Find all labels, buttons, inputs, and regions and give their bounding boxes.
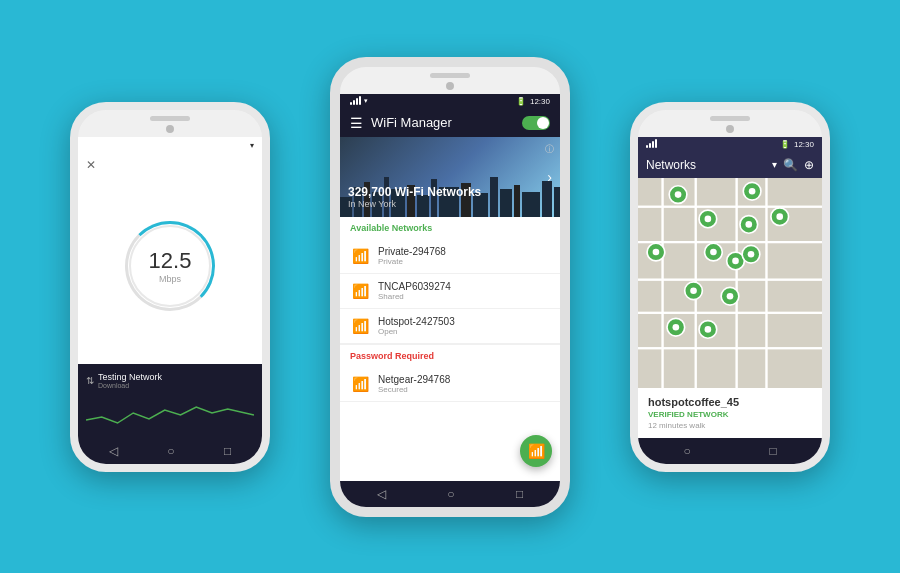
fab-button[interactable]: 📶 <box>520 435 552 467</box>
center-status-bar: ▾ 🔋 12:30 <box>340 94 560 109</box>
wifi-icon-locked: 📶 <box>352 376 369 392</box>
svg-rect-48 <box>768 349 822 388</box>
svg-rect-42 <box>738 313 766 346</box>
network-item-password-1[interactable]: 📶 Netgear-294768 Secured <box>340 367 560 402</box>
wifi-toggle[interactable] <box>522 116 550 130</box>
network-info: ⇅ Testing Network Download <box>86 372 254 389</box>
svg-rect-24 <box>638 207 661 240</box>
svg-rect-47 <box>738 349 766 388</box>
search-icon[interactable]: 🔍 <box>783 158 798 172</box>
verified-badge: VERIFIED NETWORK <box>648 410 812 419</box>
recents-button-right[interactable]: □ <box>769 444 776 458</box>
right-topbar: Networks ▾ 🔍 ⊕ <box>638 152 822 178</box>
home-button[interactable]: ○ <box>167 444 174 458</box>
svg-rect-49 <box>638 205 822 207</box>
wifi-icon-3: 📶 <box>352 318 369 334</box>
available-networks-header: Available Networks <box>340 217 560 239</box>
network-type: ▾ <box>364 97 368 105</box>
graph-area <box>86 395 254 430</box>
svg-point-71 <box>710 248 717 255</box>
r-signal-bar-2 <box>649 143 651 148</box>
speed-value: 12.5 <box>149 248 192 274</box>
r-signal-bar-1 <box>646 145 648 148</box>
transfer-icon: ⇅ <box>86 375 94 386</box>
hero-info-icon: ⓘ <box>545 143 554 156</box>
hero-banner[interactable]: 329,700 Wi-Fi Networks In New York › ⓘ <box>340 137 560 217</box>
hero-text: 329,700 Wi-Fi Networks In New York <box>348 185 552 209</box>
network-details: Testing Network Download <box>98 372 162 389</box>
screen-right: 🔋 12:30 Networks ▾ 🔍 ⊕ <box>638 137 822 464</box>
phone-right: 🔋 12:30 Networks ▾ 🔍 ⊕ <box>630 102 830 472</box>
left-main: 12.5 Mbps <box>78 176 262 364</box>
speed-unit: Mbps <box>159 274 181 284</box>
camera-left <box>166 125 174 133</box>
signal-bar-3 <box>356 98 358 105</box>
status-right: 🔋 12:30 <box>516 97 550 106</box>
camera-center <box>446 82 454 90</box>
svg-point-75 <box>748 250 755 257</box>
close-button[interactable]: ✕ <box>86 158 96 172</box>
network-item-2[interactable]: 📶 TNCAP6039274 Shared <box>340 274 560 309</box>
svg-rect-38 <box>768 280 822 311</box>
svg-point-67 <box>776 213 783 220</box>
hotspot-name: hotspotcoffee_45 <box>648 396 812 408</box>
svg-rect-21 <box>697 178 736 206</box>
phone-center: ▾ 🔋 12:30 ☰ WiFi Manager <box>330 57 570 517</box>
network-item-1[interactable]: 📶 Private-294768 Private <box>340 239 560 274</box>
map-area[interactable] <box>638 178 822 388</box>
app-title: WiFi Manager <box>371 115 514 130</box>
menu-button[interactable]: ☰ <box>350 115 363 131</box>
network-item-info-3: Hotspot-2427503 Open <box>378 316 550 336</box>
right-nav: ○ □ <box>638 438 822 464</box>
screen-left: ▾ ✕ 12.5 Mbps ⇅ Testing Network Downl <box>78 137 262 464</box>
svg-rect-51 <box>638 278 822 280</box>
speaker-center <box>430 73 470 78</box>
home-button-center[interactable]: ○ <box>447 487 454 501</box>
recents-button[interactable]: □ <box>224 444 231 458</box>
back-button[interactable]: ◁ <box>109 444 118 458</box>
net-name-p1: Netgear-294768 <box>378 374 550 385</box>
recents-button-center[interactable]: □ <box>516 487 523 501</box>
wifi-icon-1: 📶 <box>352 248 369 264</box>
wifi-icon-wrap-1: 📶 <box>350 246 370 266</box>
speed-circle: 12.5 Mbps <box>125 221 215 311</box>
location-icon[interactable]: ⊕ <box>804 158 814 172</box>
svg-rect-50 <box>638 241 822 243</box>
svg-point-59 <box>675 191 682 198</box>
fab-wifi-icon: 📶 <box>528 443 545 459</box>
signal-bars-right <box>646 140 657 148</box>
svg-point-83 <box>705 326 712 333</box>
signal-bar-2 <box>353 100 355 105</box>
svg-rect-37 <box>738 280 766 311</box>
r-signal-bar-4 <box>655 139 657 148</box>
signal-bar-4 <box>359 96 361 105</box>
svg-rect-39 <box>638 313 661 346</box>
camera-right <box>726 125 734 133</box>
network-sub: Download <box>98 382 162 389</box>
svg-rect-19 <box>638 178 661 206</box>
home-button-right[interactable]: ○ <box>683 444 690 458</box>
net-name-3: Hotspot-2427503 <box>378 316 550 327</box>
svg-rect-25 <box>664 207 695 240</box>
svg-rect-33 <box>768 243 822 278</box>
r-signal-bar-3 <box>652 141 654 148</box>
right-status-bar: 🔋 12:30 <box>638 137 822 152</box>
svg-rect-17 <box>554 187 560 217</box>
left-bottom: ⇅ Testing Network Download <box>78 364 262 438</box>
hero-arrow-icon: › <box>547 169 552 185</box>
svg-rect-54 <box>661 178 663 388</box>
svg-rect-52 <box>638 311 822 313</box>
svg-rect-34 <box>638 280 661 311</box>
left-status-bar: ▾ <box>78 137 262 154</box>
signal-bars <box>350 97 361 105</box>
speaker-left <box>150 116 190 121</box>
back-button-center[interactable]: ◁ <box>377 487 386 501</box>
wifi-icon-wrap-3: 📶 <box>350 316 370 336</box>
speaker-right <box>710 116 750 121</box>
network-item-3[interactable]: 📶 Hotspot-2427503 Open <box>340 309 560 344</box>
network-item-info-1: Private-294768 Private <box>378 246 550 266</box>
map-icons: 🔍 ⊕ <box>783 158 814 172</box>
wifi-icon-wrap-2: 📶 <box>350 281 370 301</box>
dropdown-icon[interactable]: ▾ <box>772 159 777 170</box>
svg-rect-46 <box>697 349 736 388</box>
